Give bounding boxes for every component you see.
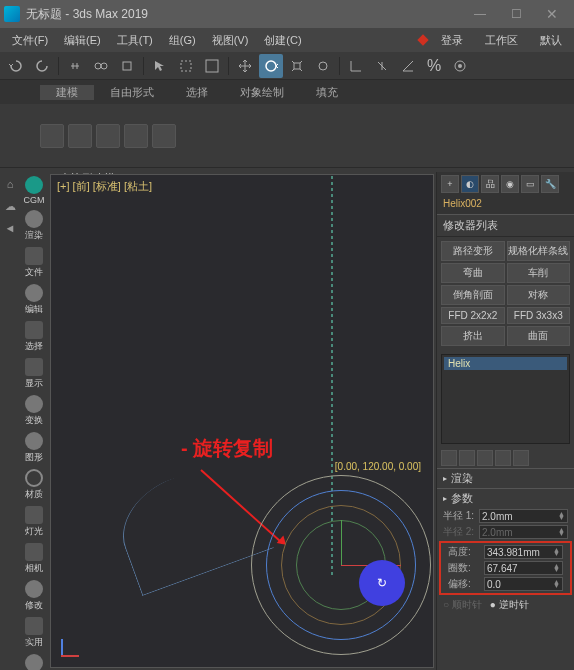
sidebar-item-shapes[interactable]: 图形	[20, 430, 48, 466]
object-name-field[interactable]: Helix002	[437, 196, 574, 214]
radio-ccw[interactable]: ● 逆时针	[490, 598, 529, 612]
ribbon-btn-5[interactable]	[152, 124, 176, 148]
radius2-spinner[interactable]: 2.0mm▲▼	[479, 525, 568, 539]
ribbon-btn-2[interactable]	[68, 124, 92, 148]
sidebar-item-cgm[interactable]: CGM	[20, 174, 48, 207]
sidebar-item-transform[interactable]: 变换	[20, 393, 48, 429]
refsys-button[interactable]	[344, 54, 368, 78]
tab-object-paint[interactable]: 对象绘制	[224, 85, 300, 100]
bias-label: 偏移:	[448, 577, 480, 591]
select-window-button[interactable]	[200, 54, 224, 78]
select-rect-button[interactable]	[174, 54, 198, 78]
menu-tools[interactable]: 工具(T)	[109, 33, 161, 48]
rotation-gizmo[interactable]: [0.00, 120.00, 0.00] ↻	[251, 475, 431, 655]
category-sidebar: CGM 渲染 文件 编辑 选择 显示 变换 图形 材质 灯光 相机 修改 实用 …	[20, 172, 48, 670]
btn-chamfer[interactable]: 倒角剖面	[441, 285, 505, 305]
sidebar-item-lights[interactable]: 灯光	[20, 504, 48, 540]
ribbon-panel	[0, 104, 574, 168]
move-button[interactable]	[233, 54, 257, 78]
ribbon-btn-1[interactable]	[40, 124, 64, 148]
menu-defaults[interactable]: 默认	[532, 33, 570, 48]
btn-path-deform[interactable]: 路径变形	[441, 241, 505, 261]
pin-stack-icon[interactable]	[441, 450, 457, 466]
sidebar-item-utility[interactable]: 实用	[20, 615, 48, 651]
rollout-params[interactable]: 参数	[437, 488, 574, 508]
sidebar-item-select[interactable]: 选择	[20, 319, 48, 355]
svg-point-9	[458, 64, 462, 68]
select-button[interactable]	[148, 54, 172, 78]
modify-tab-icon[interactable]: ◐	[461, 175, 479, 193]
sidebar-item-other[interactable]: 其它	[20, 652, 48, 670]
cloud-icon[interactable]: ☁	[2, 198, 18, 214]
display-tab-icon[interactable]: ▭	[521, 175, 539, 193]
ribbon-btn-4[interactable]	[124, 124, 148, 148]
sidebar-item-file[interactable]: 文件	[20, 245, 48, 281]
menu-group[interactable]: 组(G)	[161, 33, 204, 48]
unlink-button[interactable]	[89, 54, 113, 78]
home-icon[interactable]: ⌂	[2, 176, 18, 192]
btn-normalize-spline[interactable]: 规格化样条线	[507, 241, 571, 261]
percent-snap-button[interactable]: %	[422, 54, 446, 78]
menu-workspace[interactable]: 工作区	[477, 33, 526, 48]
sidebar-item-display[interactable]: 显示	[20, 356, 48, 392]
menu-file[interactable]: 文件(F)	[4, 33, 56, 48]
btn-ffd3[interactable]: FFD 3x3x3	[507, 307, 571, 324]
ribbon-tabs: 建模 自由形式 选择 对象绘制 填充	[0, 80, 574, 104]
angle-snap-button[interactable]	[396, 54, 420, 78]
stack-item-helix[interactable]: Helix	[444, 357, 567, 370]
tab-populate[interactable]: 填充	[300, 85, 354, 100]
sidebar-item-edit[interactable]: 编辑	[20, 282, 48, 318]
modifier-list-dropdown[interactable]: 修改器列表	[437, 214, 574, 237]
snap-button[interactable]	[370, 54, 394, 78]
scale-button[interactable]	[285, 54, 309, 78]
menu-bar: 文件(F) 编辑(E) 工具(T) 组(G) 视图(V) 创建(C) 登录 工作…	[0, 28, 574, 52]
unique-icon[interactable]	[477, 450, 493, 466]
undo-button[interactable]	[4, 54, 28, 78]
close-button[interactable]: ✕	[534, 2, 570, 26]
btn-extrude[interactable]: 挤出	[441, 326, 505, 346]
bind-button[interactable]	[115, 54, 139, 78]
sidebar-item-render[interactable]: 渲染	[20, 208, 48, 244]
show-result-icon[interactable]	[459, 450, 475, 466]
bias-spinner[interactable]: 0.0▲▼	[484, 577, 563, 591]
motion-tab-icon[interactable]: ◉	[501, 175, 519, 193]
btn-bend[interactable]: 弯曲	[441, 263, 505, 283]
sidebar-item-modify[interactable]: 修改	[20, 578, 48, 614]
height-spinner[interactable]: 343.981mm▲▼	[484, 545, 563, 559]
btn-ffd2[interactable]: FFD 2x2x2	[441, 307, 505, 324]
viewport[interactable]: [+] [前] [标准] [粘土] - 旋转复制 [0.00, 120.00, …	[50, 174, 434, 668]
utilities-tab-icon[interactable]: 🔧	[541, 175, 559, 193]
back-icon[interactable]: ◄	[2, 220, 18, 236]
menu-login[interactable]: 登录	[433, 33, 471, 48]
btn-surface[interactable]: 曲面	[507, 326, 571, 346]
btn-lathe[interactable]: 车削	[507, 263, 571, 283]
menu-edit[interactable]: 编辑(E)	[56, 33, 109, 48]
hierarchy-tab-icon[interactable]: 品	[481, 175, 499, 193]
rollout-render[interactable]: 渲染	[437, 468, 574, 488]
radius1-spinner[interactable]: 2.0mm▲▼	[479, 509, 568, 523]
annotation-text: - 旋转复制	[181, 435, 273, 462]
modifier-stack[interactable]: Helix	[441, 354, 570, 444]
radio-cw[interactable]: ○ 顺时针	[443, 598, 482, 612]
minimize-button[interactable]: —	[462, 2, 498, 26]
menu-create[interactable]: 创建(C)	[256, 33, 309, 48]
manage-button[interactable]	[448, 54, 472, 78]
maximize-button[interactable]: ☐	[498, 2, 534, 26]
create-tab-icon[interactable]: +	[441, 175, 459, 193]
turns-spinner[interactable]: 67.647▲▼	[484, 561, 563, 575]
menu-views[interactable]: 视图(V)	[204, 33, 257, 48]
rotate-button[interactable]	[259, 54, 283, 78]
remove-mod-icon[interactable]	[495, 450, 511, 466]
tab-freeform[interactable]: 自由形式	[94, 85, 170, 100]
sidebar-item-material[interactable]: 材质	[20, 467, 48, 503]
redo-button[interactable]	[30, 54, 54, 78]
tab-selection[interactable]: 选择	[170, 85, 224, 100]
place-button[interactable]	[311, 54, 335, 78]
btn-symmetry[interactable]: 对称	[507, 285, 571, 305]
viewport-label[interactable]: [+] [前] [标准] [粘土]	[57, 179, 152, 194]
sidebar-item-camera[interactable]: 相机	[20, 541, 48, 577]
ribbon-btn-3[interactable]	[96, 124, 120, 148]
configure-icon[interactable]	[513, 450, 529, 466]
tab-modeling[interactable]: 建模	[40, 85, 94, 100]
link-button[interactable]	[63, 54, 87, 78]
